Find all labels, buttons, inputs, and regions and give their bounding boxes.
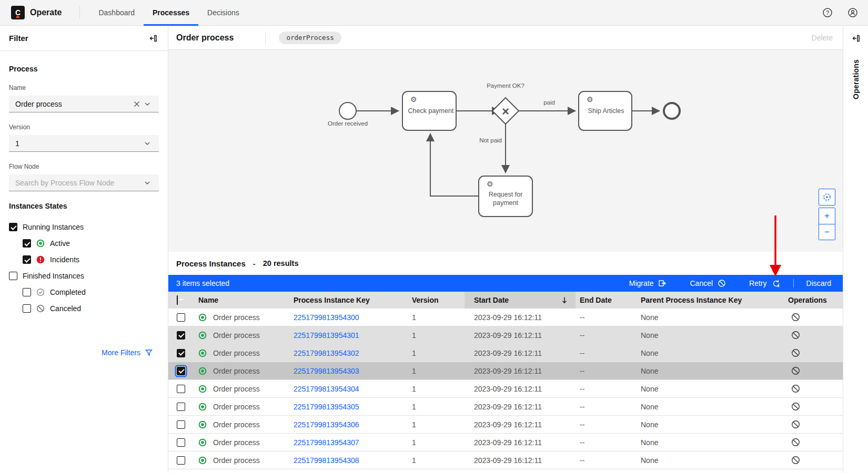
table-row-2251799813954308[interactable]: Order process225179981395430812023-09-29… xyxy=(168,451,843,469)
table-row-2251799813954303[interactable]: Order process225179981395430312023-09-29… xyxy=(168,362,843,380)
more-filters-button[interactable]: More Filters xyxy=(102,348,153,357)
select-all-checkbox[interactable] xyxy=(177,295,178,305)
table-row-2251799813954307[interactable]: Order process225179981395430712023-09-29… xyxy=(168,434,843,451)
instance-version: 1 xyxy=(408,331,465,340)
tab-decisions[interactable]: Decisions xyxy=(198,0,248,26)
column-header-version: Version xyxy=(408,292,465,309)
user-account-icon[interactable] xyxy=(844,4,862,22)
row-checkbox[interactable] xyxy=(177,385,185,393)
row-checkbox[interactable] xyxy=(177,420,185,429)
cancel-operation-icon[interactable] xyxy=(784,438,842,447)
cancel-operation-icon[interactable] xyxy=(784,366,842,375)
active-state-icon xyxy=(198,385,207,393)
divider xyxy=(79,6,80,19)
instance-key-link[interactable]: 2251799813954301 xyxy=(294,331,359,340)
table-row-2251799813954302[interactable]: Order process225179981395430212023-09-29… xyxy=(168,344,843,362)
tab-dashboard[interactable]: Dashboard xyxy=(89,0,144,26)
table-row-2251799813954305[interactable]: Order process225179981395430512023-09-29… xyxy=(168,398,843,416)
cancel-button[interactable]: Cancel xyxy=(678,279,738,287)
table-row-2251799813954304[interactable]: Order process225179981395430412023-09-29… xyxy=(168,380,843,398)
table-row-2251799813954306[interactable]: Order process225179981395430612023-09-29… xyxy=(168,416,843,434)
help-icon[interactable]: ? xyxy=(819,4,836,22)
instance-key-link[interactable]: 2251799813954308 xyxy=(294,456,359,465)
state-filter-running-instances[interactable]: Running Instances xyxy=(9,221,159,233)
column-header-start-date[interactable]: Start Date xyxy=(465,292,576,309)
active-state-icon xyxy=(198,313,207,322)
state-filter-label: Running Instances xyxy=(23,223,84,231)
state-filter-label: Completed xyxy=(50,288,86,296)
row-checkbox[interactable] xyxy=(177,367,185,375)
checkbox[interactable] xyxy=(9,272,17,280)
row-checkbox[interactable] xyxy=(177,349,185,357)
cancel-operation-icon[interactable] xyxy=(784,348,842,357)
state-filter-incidents[interactable]: Incidents xyxy=(23,253,159,266)
cancel-operation-icon[interactable] xyxy=(784,331,842,340)
checkbox[interactable] xyxy=(23,239,31,248)
clear-icon[interactable] xyxy=(132,99,142,109)
tab-processes[interactable]: Processes xyxy=(144,0,198,26)
instance-version: 1 xyxy=(408,385,465,393)
chevron-down-icon[interactable] xyxy=(142,178,153,188)
process-name-combobox[interactable]: Order process xyxy=(9,96,159,112)
row-checkbox[interactable] xyxy=(177,403,185,411)
discard-button[interactable]: Discard xyxy=(795,279,836,287)
instance-version: 1 xyxy=(408,438,465,447)
row-checkbox[interactable] xyxy=(177,313,185,322)
bpmn-canvas[interactable]: Order received ⚙ Check payment × Payment… xyxy=(168,50,843,252)
app-title: Operate xyxy=(30,8,62,17)
instance-parent-key: None xyxy=(637,313,784,322)
cancel-icon xyxy=(718,279,726,287)
row-checkbox[interactable] xyxy=(177,456,185,465)
camunda-logo[interactable]: C xyxy=(11,6,25,19)
migrate-icon xyxy=(658,279,667,287)
instance-key-link[interactable]: 2251799813954302 xyxy=(294,349,359,357)
zoom-in-button[interactable]: + xyxy=(819,208,835,224)
retry-button[interactable]: Retry xyxy=(738,279,792,288)
version-dropdown[interactable]: 1 xyxy=(9,135,159,152)
instance-end-date: -- xyxy=(576,385,637,393)
cancel-operation-icon[interactable] xyxy=(784,420,842,429)
cancel-operation-icon[interactable] xyxy=(784,402,842,411)
batch-actions-bar: 3 items selected Migrate Cancel Retry Di… xyxy=(168,275,843,292)
row-checkbox[interactable] xyxy=(177,331,185,340)
instance-version: 1 xyxy=(408,403,465,411)
flow-node-combobox[interactable]: Search by Process Flow Node xyxy=(9,174,159,191)
table-row-2251799813954300[interactable]: Order process225179981395430012023-09-29… xyxy=(168,309,843,326)
chevron-down-icon[interactable] xyxy=(142,99,153,109)
table-row-2251799813954301[interactable]: Order process225179981395430112023-09-29… xyxy=(168,326,843,344)
checkbox[interactable] xyxy=(23,255,31,264)
instance-key-link[interactable]: 2251799813954307 xyxy=(294,438,359,447)
instance-key-link[interactable]: 2251799813954304 xyxy=(294,385,359,393)
state-filter-completed[interactable]: Completed xyxy=(23,286,159,299)
instance-parent-key: None xyxy=(637,403,784,411)
active-state-icon xyxy=(36,239,45,248)
end-event[interactable] xyxy=(664,103,680,119)
active-state-icon xyxy=(198,438,207,447)
instance-key-link[interactable]: 2251799813954300 xyxy=(294,313,359,322)
logo-orange-dot xyxy=(16,16,19,18)
migrate-button[interactable]: Migrate xyxy=(618,279,679,287)
state-filter-finished-instances[interactable]: Finished Instances xyxy=(9,270,159,282)
state-filter-canceled[interactable]: Canceled xyxy=(23,302,159,315)
start-event-order-received[interactable] xyxy=(339,102,356,119)
instance-key-link[interactable]: 2251799813954303 xyxy=(294,367,359,375)
state-filter-active[interactable]: Active xyxy=(23,237,159,250)
chevron-down-icon[interactable] xyxy=(142,138,153,149)
cancel-operation-icon[interactable] xyxy=(784,313,842,322)
delete-button-disabled[interactable]: Delete xyxy=(812,34,833,42)
expand-operations-panel-icon[interactable] xyxy=(849,31,863,46)
diagram-reset-view-button[interactable] xyxy=(819,189,835,205)
checkbox[interactable] xyxy=(23,288,31,296)
checkbox[interactable] xyxy=(9,223,17,231)
checkbox[interactable] xyxy=(23,304,31,313)
zoom-out-button[interactable]: − xyxy=(819,224,835,240)
collapse-filter-panel-icon[interactable] xyxy=(146,31,160,46)
active-state-icon xyxy=(198,367,207,375)
cancel-operation-icon[interactable] xyxy=(784,384,842,393)
retry-icon xyxy=(772,279,781,288)
row-checkbox[interactable] xyxy=(177,438,185,447)
column-header-key: Process Instance Key xyxy=(289,292,408,309)
instance-key-link[interactable]: 2251799813954305 xyxy=(294,403,359,411)
instance-key-link[interactable]: 2251799813954306 xyxy=(294,420,359,429)
cancel-operation-icon[interactable] xyxy=(784,456,842,465)
